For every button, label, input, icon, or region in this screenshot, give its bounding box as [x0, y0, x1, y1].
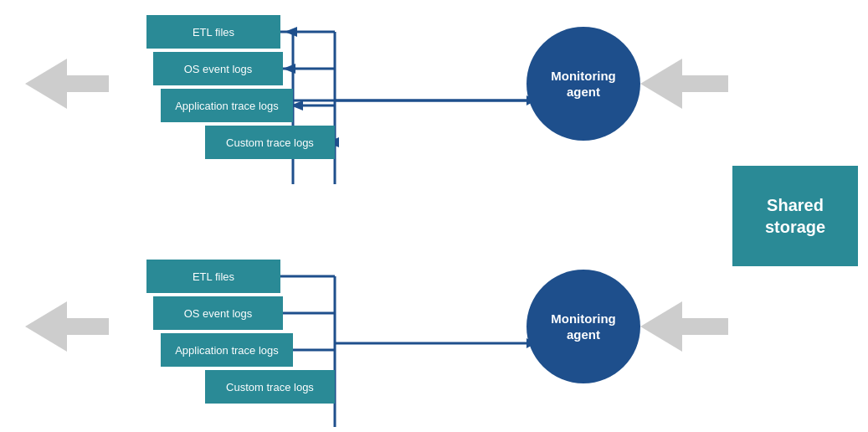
etl-files-bottom: ETL files: [146, 260, 280, 293]
monitoring-agent-bottom: Monitoringagent: [526, 270, 640, 383]
etl-files-top: ETL files: [146, 15, 280, 49]
main-diagram: ETL files OS event logs Application trac…: [0, 0, 868, 432]
svg-marker-16: [25, 59, 109, 109]
app-trace-logs-bottom: Application trace logs: [161, 333, 293, 367]
custom-trace-logs-bottom: Custom trace logs: [205, 370, 335, 404]
svg-marker-4: [283, 64, 295, 74]
svg-marker-2: [285, 27, 297, 37]
app-trace-logs-top: Application trace logs: [161, 89, 293, 122]
os-event-logs-top: OS event logs: [153, 52, 283, 85]
svg-marker-17: [640, 59, 728, 109]
svg-marker-29: [25, 301, 109, 352]
custom-trace-logs-top: Custom trace logs: [205, 126, 335, 159]
shared-storage: Sharedstorage: [732, 166, 858, 266]
monitoring-agent-top: Monitoringagent: [526, 27, 640, 141]
os-event-logs-bottom: OS event logs: [153, 296, 283, 330]
svg-marker-30: [640, 301, 728, 352]
